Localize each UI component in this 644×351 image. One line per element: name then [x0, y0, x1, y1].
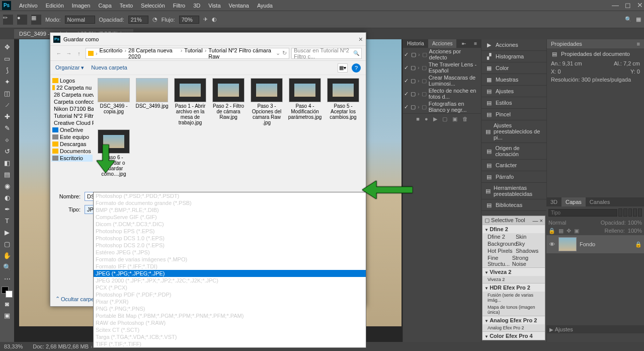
- history-brush-tool[interactable]: ↺: [2, 146, 13, 157]
- filetype-option[interactable]: JPEG 2000 (*.JPF;*.JPX;*.JP2;*.J2C;*.J2K…: [94, 277, 366, 284]
- filetype-option[interactable]: PCX (*.PCX): [94, 284, 366, 291]
- pressure-size-icon[interactable]: ◐: [212, 16, 217, 23]
- flow-value[interactable]: 70%: [179, 16, 199, 24]
- lock-icon[interactable]: 🔒: [548, 228, 555, 234]
- breadcrumb-dropdown-icon[interactable]: ⌄: [276, 50, 280, 56]
- filetype-option[interactable]: Formato de varias imágenes (*.MPO): [94, 256, 366, 263]
- menu-vista[interactable]: Vista: [204, 3, 224, 9]
- action-set-item[interactable]: ✓▢›▢ The Traveler Lens - Español: [403, 61, 481, 74]
- layers-tab-capas[interactable]: Capas: [561, 197, 586, 206]
- filter-shape-icon[interactable]: [633, 208, 637, 217]
- panel-item[interactable]: ▤Bibliotecas: [481, 199, 546, 210]
- move-tool[interactable]: ✥: [2, 41, 13, 52]
- layers-tab-3d[interactable]: 3D: [546, 197, 561, 206]
- brush-tool-preset[interactable]: ✏: [3, 15, 13, 25]
- nav-back-icon[interactable]: ←: [54, 50, 63, 56]
- histogram-button[interactable]: ▞Histograma: [481, 51, 546, 62]
- file-item[interactable]: Paso 5 - Aceptar los cambios.jpg: [326, 78, 360, 125]
- color-swatches[interactable]: [2, 287, 13, 298]
- filetype-option[interactable]: BMP (*.BMP;*.RLE;*.DIB): [94, 206, 366, 214]
- filetype-option[interactable]: Dicom (*.DCM;*.DC3;*.DIC): [94, 221, 366, 228]
- filetype-option[interactable]: Estéreo JPEG (*.JPS): [94, 249, 366, 256]
- trash-icon[interactable]: 🗑: [462, 116, 468, 122]
- panel-item[interactable]: ▦Color: [481, 62, 546, 74]
- menu-ayuda[interactable]: Ayuda: [253, 3, 277, 9]
- nik-item[interactable]: BackgroundSky: [482, 240, 545, 247]
- action-set-item[interactable]: ✓▢›▢ Acciones por defecto: [403, 48, 481, 61]
- tree-item[interactable]: Documentos: [51, 148, 93, 155]
- menu-ventana[interactable]: Ventana: [225, 3, 253, 9]
- panel-item[interactable]: ▤Herramientas preestablecidas: [481, 183, 546, 199]
- lock-position-icon[interactable]: ✥: [567, 228, 571, 234]
- opacity-value[interactable]: 21%: [128, 16, 148, 24]
- tree-item[interactable]: Escritorio: [51, 155, 93, 162]
- magic-wand-tool[interactable]: ✦: [2, 76, 13, 87]
- tree-item[interactable]: Tutorial Nº2 Filtr: [51, 112, 93, 119]
- menu-archivo[interactable]: Archivo: [15, 3, 42, 9]
- breadcrumb-item[interactable]: 28 Carpeta nueva 2020: [128, 47, 179, 59]
- blur-tool[interactable]: ◉: [2, 180, 13, 191]
- nik-item[interactable]: Analog Efex Pro 2: [482, 324, 545, 331]
- marquee-tool[interactable]: ▭: [2, 53, 13, 64]
- layer-filter-input[interactable]: [548, 209, 617, 217]
- eyedropper-tool[interactable]: ⟋: [2, 99, 13, 110]
- filetype-option[interactable]: Photoshop (*.PSD;*.PDD;*.PSDT): [94, 192, 366, 199]
- filter-smart-icon[interactable]: [638, 208, 642, 217]
- zoom-tool[interactable]: 🔍: [2, 261, 13, 272]
- tree-item[interactable]: Este equipo: [51, 133, 93, 141]
- tree-item[interactable]: 22 Carpeta nu: [51, 84, 93, 91]
- nik-item[interactable]: Viveza 2: [482, 276, 545, 283]
- hand-tool[interactable]: ✋: [2, 250, 13, 261]
- rectangle-tool[interactable]: ▢: [2, 238, 13, 249]
- tree-item[interactable]: Creative Cloud Fil: [51, 119, 93, 126]
- menu-3d[interactable]: 3D: [189, 3, 204, 9]
- healing-brush-tool[interactable]: ✚: [2, 111, 13, 122]
- maximize-icon[interactable]: ◻: [625, 1, 631, 9]
- nik-section-header[interactable]: Dfine 2: [482, 225, 545, 233]
- filetype-option[interactable]: Formato de documento grande (*.PSB): [94, 199, 366, 206]
- file-item[interactable]: Paso 3 - Opciones del camara Raw .jpg: [250, 78, 284, 125]
- new-set-icon[interactable]: ▢: [442, 116, 447, 122]
- filetype-option[interactable]: Photoshop DCS 2.0 (*.EPS): [94, 242, 366, 249]
- lasso-tool[interactable]: ⟆: [2, 64, 13, 76]
- filetype-option[interactable]: Photoshop DCS 1.0 (*.EPS): [94, 235, 366, 242]
- panel-collapse-icon[interactable]: ⇤: [458, 39, 470, 48]
- minimize-icon[interactable]: —: [612, 1, 619, 9]
- breadcrumb-path[interactable]: › Escritorio›28 Carpeta nueva 2020›Tutor…: [86, 48, 289, 59]
- filetype-option[interactable]: Photoshop EPS (*.EPS): [94, 228, 366, 235]
- action-set-item[interactable]: ✓▢›▢ Efecto de noche en fotos d...: [403, 87, 481, 100]
- zoom-level[interactable]: 83,33%: [4, 343, 23, 349]
- file-item[interactable]: DSC_3499 - copia.jpg: [97, 78, 131, 125]
- breadcrumb-item[interactable]: Tutorial: [184, 47, 202, 59]
- menu-selección[interactable]: Selección: [137, 3, 169, 9]
- filetype-option[interactable]: Pixar (*.PXR): [94, 298, 366, 305]
- menu-edición[interactable]: Edición: [42, 3, 68, 9]
- nik-item[interactable]: Fine Structu...Strong Noise: [482, 254, 545, 267]
- actions-tab[interactable]: Acciones: [428, 39, 457, 48]
- visibility-icon[interactable]: 👁: [548, 241, 555, 247]
- panel-item[interactable]: ▤Pincel: [481, 109, 546, 120]
- brush-tool[interactable]: ✎: [2, 122, 13, 133]
- layer-row[interactable]: 👁 Fondo 🔒: [546, 235, 644, 253]
- panel-item[interactable]: ▤Ajustes: [481, 86, 546, 97]
- new-folder-button[interactable]: Nueva carpeta: [91, 64, 127, 71]
- filetype-option[interactable]: RAW de Photoshop (*.RAW): [94, 319, 366, 326]
- action-set-item[interactable]: ✓▢›▢ Crear Mascaras de Luminosi...: [403, 74, 481, 87]
- panel-item[interactable]: ▤Estilos: [481, 97, 546, 108]
- filter-type-icon[interactable]: [628, 208, 632, 217]
- organize-button[interactable]: Organizar ▾: [55, 64, 84, 71]
- airbrush-icon[interactable]: ✈: [203, 16, 208, 23]
- tree-item[interactable]: Descargas: [51, 141, 93, 148]
- stop-icon[interactable]: ■: [416, 116, 420, 122]
- play-icon[interactable]: ▶: [433, 116, 437, 122]
- panel-item[interactable]: ▦Muestras: [481, 74, 546, 85]
- file-item[interactable]: Paso 2 - Filtro de cámara Raw.jpg: [211, 78, 246, 125]
- layer-blend-mode[interactable]: Normal: [548, 220, 599, 226]
- panel-item[interactable]: ▤Origen de clonación: [481, 143, 546, 159]
- dodge-tool[interactable]: ◐: [2, 192, 13, 203]
- layers-tab-canales[interactable]: Canales: [586, 197, 614, 206]
- filetype-option[interactable]: Photoshop PDF (*.PDF;*.PDP): [94, 291, 366, 298]
- nik-item[interactable]: Hot PixelsShadows: [482, 247, 545, 254]
- nik-item[interactable]: Mapa de tonos (imagen única): [482, 304, 545, 316]
- view-options-icon[interactable]: ▦▾: [338, 63, 348, 73]
